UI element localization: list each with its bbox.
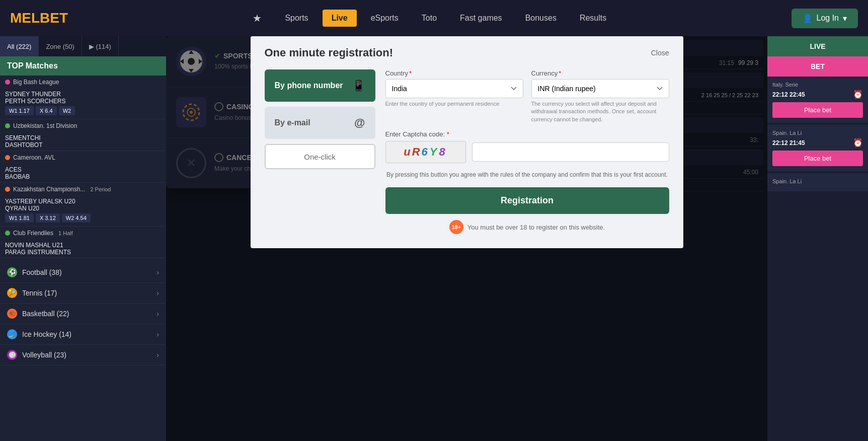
bet-label: BET [767,56,868,77]
captcha-label: Enter Captcha code: * [385,130,669,138]
place-bet-button-2[interactable]: Place bet [772,151,863,166]
nav-links: ★ Sports Live eSports Toto Fast games Bo… [88,8,771,28]
right-match-title-3: Spain. La Li [772,178,863,184]
modal-title: One minute registration! [265,46,393,59]
age-warning: 18+ You must be over 18 to register on t… [385,220,669,234]
nav-fast-games[interactable]: Fast games [451,10,511,27]
registration-form: Country * India Enter the country of you… [385,69,669,234]
right-match-time-1: 22:12 22:45 [772,91,805,98]
phone-method-label: By phone number [275,81,343,90]
login-button[interactable]: 👤 Log In ▾ [792,9,858,28]
league-dot-club [5,231,10,236]
modal-body: By phone number 📱 By e-mail @ One-click [251,64,683,248]
sport-item-tennis[interactable]: 🎾 Tennis (17) › [0,283,166,304]
center-content: ✔ SPORTS 100% sports betting bonus up to… [166,36,767,441]
logo-mel: MEL [10,10,40,26]
nav-sports[interactable]: Sports [276,10,317,27]
currency-required: * [559,69,561,77]
country-hint: Enter the country of your permanent resi… [385,100,523,108]
sport-item-football[interactable]: ⚽ Football (38) › [0,262,166,283]
country-label: Country * [385,69,523,77]
captcha-input[interactable] [472,142,669,162]
basketball-icon: 🏀 [7,309,17,319]
odds-row-kaz: W1 1.81 X 3.12 W2 4.54 [5,212,161,224]
registration-modal: One minute registration! Close By phone … [251,36,683,248]
football-label: Football (38) [22,268,62,276]
nav-toto[interactable]: Toto [413,10,446,27]
country-select[interactable]: India [385,79,523,98]
filter-tab-all[interactable]: All (222) [0,36,39,56]
right-sidebar: LIVE BET Italy. Serie 22:12 22:45 ⏰ Plac… [767,36,868,441]
basketball-label: Basketball (22) [22,310,69,318]
nav-bonuses[interactable]: Bonuses [516,10,566,27]
odd-x[interactable]: X 6.4 [36,106,57,115]
currency-field-group: Currency * INR (Indian rupee) The curren… [531,69,669,123]
odd-w2[interactable]: W2 [59,106,75,115]
sport-item-basketball[interactable]: 🏀 Basketball (22) › [0,304,166,324]
captcha-required: * [447,130,449,138]
currency-hint: The currency you select will affect your… [531,100,669,123]
nav-esports[interactable]: eSports [362,10,408,27]
filter-tab-zone[interactable]: Zone (50) [39,36,82,56]
arrow-icon-basketball: › [156,310,159,318]
top-navigation: MELBET ★ Sports Live eSports Toto Fast g… [0,0,868,36]
odd-x-kaz[interactable]: X 3.12 [36,213,60,223]
logo-bet: BET [40,10,68,26]
odd-w1[interactable]: W1 1.17 [5,106,34,115]
volleyball-icon: 🏐 [7,350,17,360]
currency-label: Currency * [531,69,669,77]
match-section-cricket: Big Bash League SYDNEY THUNDER PERTH SCO… [0,76,166,119]
place-bet-button-1[interactable]: Place bet [772,102,863,118]
age-badge: 18+ [449,220,463,234]
logo[interactable]: MELBET [10,10,68,26]
login-label: Log In [817,14,839,23]
icehockey-label: Ice Hockey (14) [22,330,71,338]
left-sidebar: All (222) Zone (50) ▶ (114) TOP Matches … [0,36,166,441]
email-method-button[interactable]: By e-mail @ [265,107,375,139]
match-row-kazakhstan: YASTREBY URALSK U20 QYRAN U20 W1 1.81 X … [0,196,166,226]
age-warning-text: You must be over 18 to register on this … [467,224,605,231]
icehockey-icon: 🏒 [7,329,17,339]
league-header-cameroon: Cameroon. AVL [0,151,166,164]
email-icon: @ [354,116,365,129]
registration-submit-button[interactable]: Registration [385,187,669,214]
sport-item-volleyball[interactable]: 🏐 Volleyball (23) › [0,345,166,365]
captcha-text4: 8 [439,145,447,158]
sport-list: ⚽ Football (38) › 🎾 Tennis (17) › 🏀 Bask… [0,262,166,365]
match-row-cameroon: ACES BAOBAB [0,164,166,182]
filter-tab-video[interactable]: ▶ (114) [82,36,119,56]
tennis-label: Tennis (17) [22,289,57,297]
league-dot-soccer [5,123,10,128]
agreement-text: By pressing this button you agree with t… [385,170,669,179]
currency-select[interactable]: INR (Indian rupee) [531,79,669,98]
country-field-group: Country * India Enter the country of you… [385,69,523,123]
sport-item-icehockey[interactable]: 🏒 Ice Hockey (14) › [0,324,166,345]
volleyball-label: Volleyball (23) [22,351,66,359]
modal-close-button[interactable]: Close [651,49,669,57]
odds-row: W1 1.17 X 6.4 W2 [5,105,161,117]
registration-methods: By phone number 📱 By e-mail @ One-click [265,69,375,234]
nav-results[interactable]: Results [571,10,615,27]
match-section-uzbekistan: Uzbekistan. 1st Division SEMENTCHI DASHT… [0,119,166,151]
oneclick-method-button[interactable]: One-click [265,144,375,169]
league-header-club: Club Friendlies 1 Half [0,227,166,240]
odd-w2-kaz[interactable]: W2 4.54 [62,213,91,223]
match-section-cameroon: Cameroon. AVL ACES BAOBAB [0,151,166,183]
main-layout: All (222) Zone (50) ▶ (114) TOP Matches … [0,36,868,441]
clock-icon-2: ⏰ [853,138,863,148]
phone-icon: 📱 [352,79,365,92]
phone-method-button[interactable]: By phone number 📱 [265,69,375,102]
nav-favorites[interactable]: ★ [244,8,271,28]
country-required: * [409,69,412,77]
captcha-text: uR [404,145,421,158]
filter-tabs: All (222) Zone (50) ▶ (114) [0,36,166,56]
login-icon: 👤 [803,14,813,23]
odd-w1-kaz[interactable]: W1 1.81 [5,213,34,223]
league-dot-basketball [5,155,10,160]
arrow-icon-volleyball: › [156,351,159,359]
email-method-label: By e-mail [275,118,310,127]
nav-live[interactable]: Live [323,10,357,27]
right-match-card-3: Spain. La Li [767,173,868,191]
arrow-icon-tennis: › [156,289,159,297]
league-header-uzbekistan: Uzbekistan. 1st Division [0,119,166,132]
